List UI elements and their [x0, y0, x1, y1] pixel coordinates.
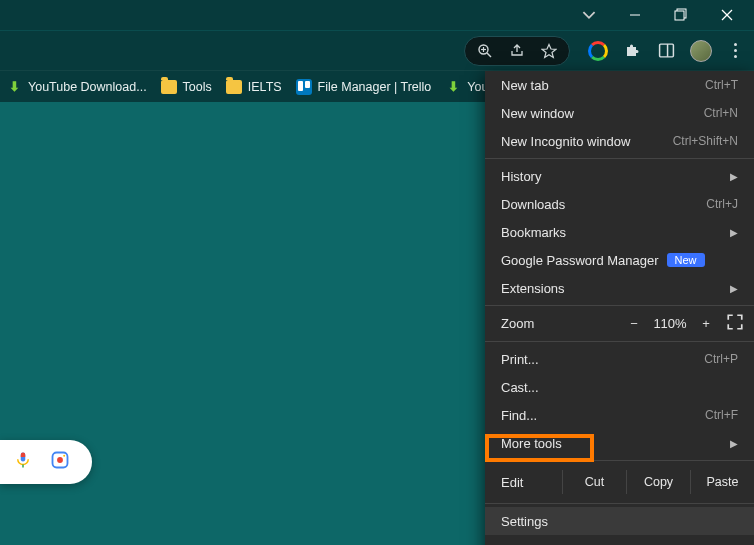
- menu-zoom: Zoom − 110% +: [485, 309, 754, 338]
- menu-label: Downloads: [501, 197, 565, 212]
- menu-cast[interactable]: Cast...: [485, 373, 754, 401]
- svg-rect-9: [659, 44, 673, 57]
- menu-bookmarks[interactable]: Bookmarks ▶: [485, 218, 754, 246]
- svg-point-14: [63, 455, 65, 457]
- menu-label: Settings: [501, 514, 548, 529]
- menu-label: Zoom: [501, 316, 620, 331]
- extensions-puzzle-icon[interactable]: [622, 41, 642, 61]
- bookmark-item[interactable]: File Manager | Trello: [296, 79, 432, 95]
- menu-find[interactable]: Find... Ctrl+F: [485, 401, 754, 429]
- menu-label: Find...: [501, 408, 537, 423]
- menu-label: New window: [501, 106, 574, 121]
- menu-settings[interactable]: Settings: [485, 507, 754, 535]
- menu-shortcut: Ctrl+Shift+N: [673, 134, 738, 148]
- zoom-value: 110%: [648, 316, 692, 331]
- bookmark-item[interactable]: ⬇ YouTube Download...: [6, 79, 147, 95]
- cut-button[interactable]: Cut: [562, 470, 626, 494]
- menu-label: More tools: [501, 436, 562, 451]
- submenu-arrow-icon: ▶: [730, 171, 738, 182]
- omnibox-actions: [464, 36, 570, 66]
- menu-shortcut: Ctrl+P: [704, 352, 738, 366]
- fullscreen-icon[interactable]: [720, 313, 744, 334]
- folder-icon: [161, 80, 177, 94]
- menu-label: Help: [501, 542, 528, 546]
- kebab-menu-icon[interactable]: [726, 43, 744, 58]
- tab-dropdown-icon[interactable]: [566, 8, 612, 22]
- bookmark-star-icon[interactable]: [539, 41, 559, 61]
- trello-icon: [296, 79, 312, 95]
- menu-history[interactable]: History ▶: [485, 162, 754, 190]
- menu-separator: [485, 341, 754, 342]
- menu-separator: [485, 305, 754, 306]
- menu-new-window[interactable]: New window Ctrl+N: [485, 99, 754, 127]
- svg-rect-2: [675, 11, 684, 20]
- menu-print[interactable]: Print... Ctrl+P: [485, 345, 754, 373]
- zoom-in-button[interactable]: +: [692, 316, 720, 331]
- menu-label: History: [501, 169, 541, 184]
- menu-label: Edit: [501, 475, 562, 490]
- menu-new-incognito[interactable]: New Incognito window Ctrl+Shift+N: [485, 127, 754, 155]
- menu-extensions[interactable]: Extensions ▶: [485, 274, 754, 302]
- menu-shortcut: Ctrl+J: [706, 197, 738, 211]
- menu-label: Cast...: [501, 380, 539, 395]
- browser-toolbar: [0, 30, 754, 70]
- menu-label: Bookmarks: [501, 225, 566, 240]
- paste-button[interactable]: Paste: [690, 470, 754, 494]
- svg-line-6: [487, 53, 491, 57]
- download-icon: ⬇: [445, 79, 461, 95]
- menu-separator: [485, 460, 754, 461]
- menu-label: Extensions: [501, 281, 565, 296]
- minimize-button[interactable]: [612, 0, 658, 30]
- bookmark-label: Tools: [183, 80, 212, 94]
- profile-avatar[interactable]: [690, 40, 712, 62]
- folder-icon: [226, 80, 242, 94]
- close-button[interactable]: [704, 0, 750, 30]
- share-icon[interactable]: [507, 41, 527, 61]
- voice-search-pill: [0, 440, 92, 484]
- sidepanel-icon[interactable]: [656, 41, 676, 61]
- submenu-arrow-icon: ▶: [730, 227, 738, 238]
- bookmark-item[interactable]: Tools: [161, 80, 212, 94]
- new-badge: New: [667, 253, 705, 267]
- menu-label: Google Password ManagerNew: [501, 253, 705, 268]
- bookmark-label: YouTube Download...: [28, 80, 147, 94]
- menu-password-manager[interactable]: Google Password ManagerNew: [485, 246, 754, 274]
- menu-label: New tab: [501, 78, 549, 93]
- bookmark-item[interactable]: IELTS: [226, 80, 282, 94]
- menu-separator: [485, 158, 754, 159]
- menu-shortcut: Ctrl+F: [705, 408, 738, 422]
- download-icon: ⬇: [6, 79, 22, 95]
- submenu-arrow-icon: ▶: [730, 283, 738, 294]
- maximize-button[interactable]: [658, 0, 704, 30]
- menu-more-tools[interactable]: More tools ▶: [485, 429, 754, 457]
- menu-separator: [485, 503, 754, 504]
- zoom-out-button[interactable]: −: [620, 316, 648, 331]
- submenu-arrow-icon: ▶: [730, 438, 738, 449]
- window-titlebar: [0, 0, 754, 30]
- zoom-icon[interactable]: [475, 41, 495, 61]
- menu-label: Print...: [501, 352, 539, 367]
- microphone-icon[interactable]: [14, 451, 32, 473]
- menu-label: New Incognito window: [501, 134, 630, 149]
- extension-circle-icon[interactable]: [588, 41, 608, 61]
- menu-new-tab[interactable]: New tab Ctrl+T: [485, 71, 754, 99]
- copy-button[interactable]: Copy: [626, 470, 690, 494]
- svg-point-13: [57, 457, 63, 463]
- extension-icons: [578, 40, 754, 62]
- chrome-main-menu: New tab Ctrl+T New window Ctrl+N New Inc…: [485, 71, 754, 545]
- menu-shortcut: Ctrl+N: [704, 106, 738, 120]
- menu-shortcut: Ctrl+T: [705, 78, 738, 92]
- bookmark-label: File Manager | Trello: [318, 80, 432, 94]
- lens-icon[interactable]: [50, 450, 70, 474]
- bookmark-label: IELTS: [248, 80, 282, 94]
- menu-downloads[interactable]: Downloads Ctrl+J: [485, 190, 754, 218]
- menu-help[interactable]: Help ▶: [485, 535, 754, 545]
- menu-edit-row: Edit Cut Copy Paste: [485, 464, 754, 500]
